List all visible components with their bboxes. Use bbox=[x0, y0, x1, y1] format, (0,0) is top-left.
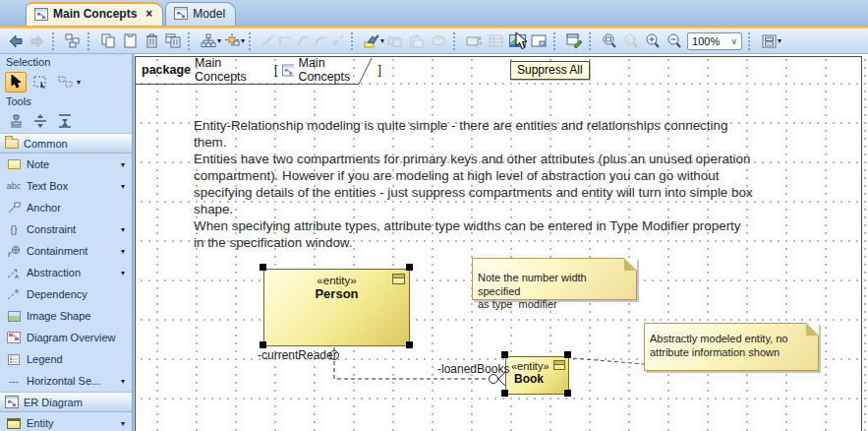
delete-view-button[interactable] bbox=[162, 31, 184, 52]
palette-item-dependency[interactable]: Dependency bbox=[0, 283, 132, 305]
palette-item-containment[interactable]: Containment ▾ bbox=[0, 240, 132, 262]
diagram-icon bbox=[34, 8, 48, 21]
palette-item-note[interactable]: Note ▾ bbox=[0, 154, 132, 175]
format-painter-button[interactable] bbox=[361, 31, 382, 52]
containment-tree-button[interactable] bbox=[62, 31, 84, 52]
oblique-path-button[interactable] bbox=[259, 31, 276, 52]
copy-button[interactable] bbox=[97, 31, 119, 52]
palette-item-abstraction[interactable]: A Abstraction ▾ bbox=[0, 262, 132, 283]
selection-tool-row: ▾ bbox=[0, 70, 132, 93]
compartments-button[interactable] bbox=[485, 31, 506, 52]
zoom-1to1-button[interactable]: 1:1 bbox=[620, 31, 642, 52]
selection-handle[interactable] bbox=[564, 351, 571, 358]
paste-format-button[interactable] bbox=[406, 31, 428, 52]
select-tool-button[interactable] bbox=[5, 72, 27, 92]
back-button[interactable] bbox=[5, 31, 27, 52]
palette-item-horizontal-separator[interactable]: --- Horizontal Se... ▾ bbox=[0, 370, 132, 392]
main-toolbar: ▾ ▾ ▾ 1:1 100% ∨ ▾ bbox=[0, 29, 868, 54]
sticky-stamp-button[interactable] bbox=[5, 111, 27, 132]
palette-item-entity[interactable]: Entity ▾ bbox=[0, 412, 132, 431]
note-type-modifier[interactable]: Note the number width specified as type … bbox=[472, 258, 637, 300]
zoom-region-button[interactable] bbox=[599, 31, 620, 52]
caret-down-icon[interactable]: ▾ bbox=[121, 269, 125, 277]
constraint-icon: {} bbox=[10, 223, 17, 235]
marquee-select-button[interactable] bbox=[29, 72, 51, 92]
palette-item-text-box[interactable]: abc Text Box ▾ bbox=[0, 175, 132, 197]
selection-handle[interactable] bbox=[501, 351, 508, 358]
diagram-properties-button[interactable] bbox=[563, 31, 585, 52]
zoom-level-value: 100% bbox=[692, 35, 720, 47]
tool-palette: Selection ▾ Tools Common Note ▾ abc Text… bbox=[0, 54, 134, 431]
document-tab-bar: Main Concepts × Model bbox=[0, 0, 868, 26]
zoom-out-button[interactable] bbox=[664, 31, 685, 52]
forward-button[interactable] bbox=[27, 31, 48, 52]
selection-handle[interactable] bbox=[406, 264, 413, 271]
palette-item-anchor[interactable]: Anchor bbox=[0, 197, 132, 218]
save-view-caret[interactable]: ▾ bbox=[778, 36, 781, 45]
selection-handle[interactable] bbox=[260, 264, 266, 271]
entity-icon bbox=[7, 418, 21, 429]
selection-handle[interactable] bbox=[406, 341, 413, 348]
role-label-loaned-books[interactable]: -loanedBooks bbox=[437, 362, 509, 376]
selection-handle[interactable] bbox=[260, 341, 266, 348]
note-abstract-entity[interactable]: Abstractly modeled entity, no attribute … bbox=[644, 323, 819, 371]
er-diagram-icon bbox=[5, 396, 19, 408]
sticky-select-button[interactable] bbox=[54, 72, 76, 92]
caret-down-icon[interactable]: ▾ bbox=[121, 182, 125, 191]
palette-item-constraint[interactable]: {} Constraint ▾ bbox=[0, 218, 132, 240]
toolbar-separator bbox=[188, 32, 195, 50]
tab-main-concepts[interactable]: Main Concepts × bbox=[26, 2, 163, 26]
selection-handle[interactable] bbox=[564, 390, 571, 397]
caret-down-icon[interactable]: ▾ bbox=[121, 247, 125, 256]
caret-down-icon[interactable]: ▾ bbox=[121, 160, 125, 169]
selection-caret[interactable]: ▾ bbox=[77, 78, 81, 87]
paste-button[interactable] bbox=[119, 31, 141, 52]
compress-vertical-button[interactable] bbox=[54, 111, 76, 132]
dependency-icon bbox=[7, 288, 21, 300]
horizontal-separator-icon: --- bbox=[9, 376, 19, 387]
caret-down-icon[interactable]: ▾ bbox=[121, 377, 125, 386]
svg-text:A: A bbox=[15, 274, 19, 279]
curved-path-button[interactable] bbox=[312, 31, 329, 52]
common-section-header[interactable]: Common bbox=[0, 133, 132, 154]
package-header: package Main Concepts [ Main Concepts ] bbox=[136, 57, 381, 83]
palette-item-diagram-overview[interactable]: Diagram Overview bbox=[0, 327, 132, 348]
tree-layout-button[interactable] bbox=[198, 31, 219, 52]
tools-section-title: Tools bbox=[0, 93, 132, 109]
er-diagram-section-header[interactable]: ER Diagram bbox=[0, 392, 132, 412]
toolbar-separator bbox=[748, 32, 755, 50]
caret-down-icon[interactable]: ▾ bbox=[121, 419, 125, 428]
palette-item-image-shape[interactable]: Image Shape bbox=[0, 305, 132, 327]
entity-person[interactable]: «entity» Person bbox=[263, 269, 410, 346]
tab-close-icon[interactable]: × bbox=[145, 7, 152, 21]
delete-button[interactable] bbox=[141, 31, 162, 52]
rectilinear-path-button[interactable] bbox=[276, 31, 294, 52]
caret-down-icon[interactable]: ▾ bbox=[121, 225, 125, 234]
selection-handle[interactable] bbox=[501, 390, 508, 397]
tab-model[interactable]: Model bbox=[165, 2, 236, 26]
suppress-all-button[interactable] bbox=[463, 31, 485, 52]
palette-item-label: Legend bbox=[27, 353, 63, 365]
show-window-button[interactable] bbox=[528, 31, 550, 52]
bent-path-button[interactable] bbox=[294, 31, 312, 52]
role-label-current-reader[interactable]: -currentReader bbox=[258, 348, 337, 362]
note-icon bbox=[8, 159, 21, 169]
copy-format-button[interactable] bbox=[384, 31, 406, 52]
save-view-button[interactable] bbox=[758, 31, 780, 52]
svg-text:1:1: 1:1 bbox=[627, 36, 636, 42]
zoom-level-combo[interactable]: 100% ∨ bbox=[687, 32, 742, 50]
toolbar-separator bbox=[249, 32, 256, 50]
palette-item-label: Abstraction bbox=[27, 267, 81, 278]
distribute-vertical-button[interactable] bbox=[29, 111, 51, 132]
diagram-canvas[interactable]: package Main Concepts [ Main Concepts ] … bbox=[135, 54, 868, 431]
clear-format-button[interactable] bbox=[428, 31, 449, 52]
path-style-button[interactable] bbox=[329, 31, 347, 52]
quick-layout-button[interactable] bbox=[221, 31, 243, 52]
mouse-cursor bbox=[515, 31, 528, 50]
quick-layout-caret[interactable]: ▾ bbox=[241, 36, 245, 45]
zoom-in-button[interactable] bbox=[642, 31, 664, 52]
entity-book[interactable]: «entity» Book bbox=[505, 356, 569, 395]
image-shape-icon bbox=[8, 311, 21, 322]
anchor-icon bbox=[8, 202, 21, 214]
palette-item-legend[interactable]: Legend bbox=[0, 348, 132, 370]
